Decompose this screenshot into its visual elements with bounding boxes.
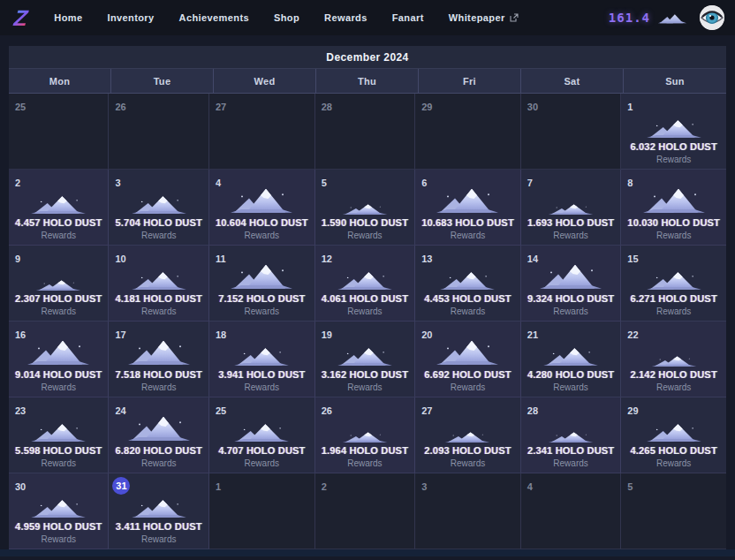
reward-amount: 6.692 HOLO DUST bbox=[424, 369, 511, 380]
day-number: 23 bbox=[15, 405, 26, 416]
calendar-day-cell[interactable]: 27 2.093 HOLO DUST Rewards bbox=[415, 397, 521, 473]
calendar-day-cell[interactable]: 6 10.683 HOLO DUST Rewards bbox=[415, 170, 521, 246]
calendar-day-cell[interactable]: 4 10.604 HOLO DUST Rewards bbox=[209, 170, 315, 246]
nav-item-label: Whitepaper bbox=[449, 12, 505, 23]
calendar-day-cell[interactable]: 11 7.152 HOLO DUST Rewards bbox=[209, 246, 315, 322]
nav-item-inventory[interactable]: Inventory bbox=[107, 12, 154, 23]
day-number-row: 29 bbox=[421, 98, 432, 116]
user-avatar[interactable] bbox=[700, 5, 724, 30]
day-number-row: 27 bbox=[216, 98, 226, 116]
calendar-day-cell[interactable]: 8 10.030 HOLO DUST Rewards bbox=[621, 170, 726, 246]
rewards-label: Rewards bbox=[141, 306, 176, 316]
day-reward: 6.820 HOLO DUST Rewards bbox=[116, 415, 202, 468]
calendar-day-cell[interactable]: 28 2.341 HOLO DUST Rewards bbox=[521, 397, 621, 473]
rewards-label: Rewards bbox=[141, 534, 176, 544]
calendar-day-cell[interactable]: 1 6.032 HOLO DUST Rewards bbox=[621, 94, 726, 170]
nav-item-achievements[interactable]: Achievements bbox=[179, 12, 249, 23]
rewards-label: Rewards bbox=[553, 382, 587, 392]
calendar-day-cell: 1 bbox=[209, 473, 315, 549]
mountain-icon-box bbox=[230, 339, 293, 367]
day-number: 26 bbox=[115, 102, 125, 112]
calendar-day-cell: 26 bbox=[109, 94, 208, 170]
rewards-label: Rewards bbox=[42, 306, 76, 316]
holo-dust-mountain-icon bbox=[127, 337, 191, 367]
day-number: 4 bbox=[216, 178, 221, 188]
calendar-day-cell[interactable]: 12 4.061 HOLO DUST Rewards bbox=[315, 246, 415, 322]
calendar-day-cell[interactable]: 7 1.693 HOLO DUST Rewards bbox=[521, 170, 621, 246]
calendar-day-cell[interactable]: 3 5.704 HOLO DUST Rewards bbox=[109, 170, 208, 246]
calendar-day-cell[interactable]: 2 4.457 HOLO DUST Rewards bbox=[9, 170, 109, 246]
mountain-icon-box bbox=[127, 339, 191, 367]
rewards-label: Rewards bbox=[347, 382, 382, 392]
holo-dust-mountain-icon bbox=[131, 497, 186, 519]
rewards-label: Rewards bbox=[451, 231, 485, 240]
calendar-day-cell[interactable]: 9 2.307 HOLO DUST Rewards bbox=[9, 246, 109, 322]
calendar-day-cell[interactable]: 22 2.142 HOLO DUST Rewards bbox=[621, 322, 726, 397]
rewards-label: Rewards bbox=[451, 306, 485, 316]
holo-dust-mountain-icon bbox=[548, 431, 594, 443]
calendar-day-cell[interactable]: 30 4.959 HOLO DUST Rewards bbox=[9, 473, 109, 549]
holo-dust-mountain-icon bbox=[337, 345, 392, 367]
nav-item-fanart[interactable]: Fanart bbox=[392, 12, 424, 23]
rewards-label: Rewards bbox=[245, 382, 279, 392]
day-reward: 4.280 HOLO DUST Rewards bbox=[527, 339, 614, 392]
nav-item-rewards[interactable]: Rewards bbox=[324, 12, 368, 23]
reward-amount: 2.307 HOLO DUST bbox=[15, 293, 102, 304]
reward-amount: 4.457 HOLO DUST bbox=[15, 217, 102, 228]
reward-amount: 4.453 HOLO DUST bbox=[424, 293, 511, 304]
calendar-day-cell[interactable]: 15 6.271 HOLO DUST Rewards bbox=[621, 246, 726, 322]
calendar-day-cell[interactable]: 31 3.411 HOLO DUST Rewards bbox=[109, 473, 208, 549]
mountain-icon-box bbox=[436, 415, 499, 443]
nav-item-label: Home bbox=[54, 12, 82, 23]
day-number-row: 5 bbox=[627, 478, 633, 496]
nav-links: Home Inventory Achievements Shop Rewards… bbox=[54, 12, 518, 23]
calendar-day-cell[interactable]: 29 4.265 HOLO DUST Rewards bbox=[621, 397, 726, 473]
nav-item-label: Rewards bbox=[324, 12, 368, 23]
calendar-day-cell[interactable]: 20 6.692 HOLO DUST Rewards bbox=[415, 322, 521, 397]
calendar-day-cell[interactable]: 23 5.598 HOLO DUST Rewards bbox=[9, 397, 109, 473]
nav-item-whitepaper[interactable]: Whitepaper bbox=[449, 12, 519, 23]
holo-dust-mountain-icon bbox=[646, 421, 701, 443]
mountain-icon-box bbox=[127, 491, 191, 519]
app-logo[interactable]: Z bbox=[10, 7, 36, 29]
day-reward: 3.411 HOLO DUST Rewards bbox=[116, 491, 202, 544]
calendar-day-cell: 27 bbox=[209, 94, 315, 170]
holo-dust-mountain-icon bbox=[342, 431, 388, 443]
nav-right: 161.4 bbox=[609, 5, 724, 30]
mountain-icon bbox=[657, 11, 687, 25]
rewards-label: Rewards bbox=[347, 458, 382, 468]
calendar-day-cell[interactable]: 26 1.964 HOLO DUST Rewards bbox=[315, 397, 415, 473]
holo-dust-mountain-icon bbox=[31, 497, 87, 519]
weekday-label-mon: Mon bbox=[9, 69, 111, 94]
weekday-header-row: Mon Tue Wed Thu Fri Sat Sun bbox=[9, 69, 726, 94]
calendar-day-cell[interactable]: 16 9.014 HOLO DUST Rewards bbox=[9, 322, 109, 397]
holo-dust-mountain-icon bbox=[31, 421, 87, 443]
external-link-icon bbox=[510, 13, 519, 22]
reward-amount: 4.181 HOLO DUST bbox=[116, 293, 202, 304]
day-number: 21 bbox=[527, 329, 538, 340]
rewards-label: Rewards bbox=[42, 231, 76, 240]
calendar-day-cell: 25 bbox=[9, 94, 109, 170]
calendar-day-cell[interactable]: 19 3.162 HOLO DUST Rewards bbox=[315, 322, 415, 397]
calendar-day-cell[interactable]: 17 7.518 HOLO DUST Rewards bbox=[109, 322, 208, 397]
nav-item-home[interactable]: Home bbox=[54, 12, 82, 23]
day-number: 3 bbox=[115, 178, 120, 188]
calendar-day-cell[interactable]: 18 3.941 HOLO DUST Rewards bbox=[209, 322, 315, 397]
calendar-day-cell[interactable]: 24 6.820 HOLO DUST Rewards bbox=[109, 397, 208, 473]
calendar-day-cell[interactable]: 25 4.707 HOLO DUST Rewards bbox=[209, 397, 315, 473]
holo-dust-mountain-icon bbox=[127, 412, 191, 443]
mountain-icon-box bbox=[642, 415, 706, 443]
nav-item-shop[interactable]: Shop bbox=[274, 12, 299, 23]
calendar-day-cell[interactable]: 14 9.324 HOLO DUST Rewards bbox=[521, 246, 621, 322]
reward-amount: 4.061 HOLO DUST bbox=[322, 293, 408, 304]
calendar-day-cell[interactable]: 21 4.280 HOLO DUST Rewards bbox=[521, 322, 621, 397]
mountain-icon-box bbox=[230, 187, 293, 216]
calendar-day-cell[interactable]: 13 4.453 HOLO DUST Rewards bbox=[415, 246, 521, 322]
day-reward: 6.692 HOLO DUST Rewards bbox=[424, 339, 511, 392]
calendar-day-cell[interactable]: 5 1.590 HOLO DUST Rewards bbox=[315, 170, 415, 246]
reward-amount: 2.142 HOLO DUST bbox=[630, 369, 716, 380]
holo-dust-mountain-icon bbox=[131, 269, 186, 291]
day-reward: 4.453 HOLO DUST Rewards bbox=[424, 263, 511, 316]
holo-dust-mountain-icon bbox=[234, 345, 290, 367]
calendar-day-cell[interactable]: 10 4.181 HOLO DUST Rewards bbox=[109, 246, 208, 322]
